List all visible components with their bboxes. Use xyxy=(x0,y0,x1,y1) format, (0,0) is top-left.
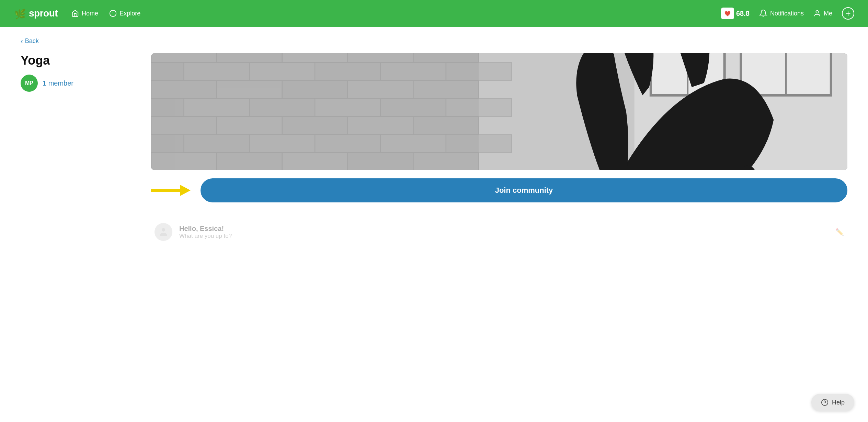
feed-preview: Hello, Essica! What are you up to? ✏️ xyxy=(151,216,847,248)
right-column: Join community Hello, Essica! What are y… xyxy=(151,53,847,248)
member-avatar: MP xyxy=(21,75,38,92)
add-icon: + xyxy=(845,8,850,19)
heart-icon xyxy=(724,10,731,16)
svg-marker-82 xyxy=(180,185,191,196)
svg-rect-29 xyxy=(413,53,479,63)
svg-rect-59 xyxy=(413,153,479,170)
join-row: Join community xyxy=(151,178,847,202)
svg-rect-43 xyxy=(380,99,446,116)
community-image xyxy=(151,53,847,170)
bell-icon xyxy=(759,9,767,18)
arrow-icon xyxy=(151,182,192,199)
svg-rect-45 xyxy=(151,116,217,134)
feed-subtext: What are you up to? xyxy=(179,233,232,240)
user-icon xyxy=(813,10,821,17)
svg-rect-42 xyxy=(315,99,380,116)
svg-rect-31 xyxy=(249,63,315,80)
help-button[interactable]: Help xyxy=(811,394,854,411)
help-label: Help xyxy=(832,399,845,406)
notifications-label: Notifications xyxy=(770,10,804,17)
svg-rect-58 xyxy=(348,153,413,170)
svg-rect-32 xyxy=(315,63,380,80)
svg-rect-27 xyxy=(282,53,348,63)
yoga-svg xyxy=(151,53,847,170)
svg-rect-52 xyxy=(315,135,380,153)
svg-rect-34 xyxy=(446,63,512,80)
svg-text:🌿: 🌿 xyxy=(14,8,26,20)
svg-rect-26 xyxy=(217,53,282,63)
svg-rect-40 xyxy=(184,99,249,116)
svg-rect-55 xyxy=(151,153,217,170)
svg-rect-33 xyxy=(380,63,446,80)
nav-links: Home Explore xyxy=(71,10,140,17)
svg-rect-47 xyxy=(282,116,348,134)
logo[interactable]: 🌿 sprout xyxy=(14,7,58,20)
svg-point-2 xyxy=(816,11,818,13)
member-count: 1 member xyxy=(43,79,73,87)
explore-label: Explore xyxy=(119,10,140,17)
svg-rect-54 xyxy=(446,135,512,153)
svg-rect-53 xyxy=(380,135,446,153)
edit-icon: ✏️ xyxy=(835,228,844,236)
svg-rect-51 xyxy=(249,135,315,153)
home-link[interactable]: Home xyxy=(71,10,98,17)
arrow-indicator xyxy=(151,182,192,199)
feed-avatar xyxy=(155,223,172,241)
left-column: Yoga MP 1 member xyxy=(21,53,130,248)
heart-score: 68.8 xyxy=(721,8,750,19)
help-icon xyxy=(821,399,829,406)
svg-point-83 xyxy=(162,228,165,232)
join-community-button[interactable]: Join community xyxy=(201,178,847,202)
chevron-left-icon: ‹ xyxy=(21,37,23,45)
add-button[interactable]: + xyxy=(842,7,854,20)
svg-rect-28 xyxy=(348,53,413,63)
notifications-button[interactable]: Notifications xyxy=(759,9,804,18)
me-label: Me xyxy=(824,10,832,17)
nav-score: 68.8 xyxy=(736,10,750,18)
me-button[interactable]: Me xyxy=(813,10,832,17)
svg-rect-30 xyxy=(184,63,249,80)
svg-rect-37 xyxy=(282,80,348,98)
logo-text: sprout xyxy=(29,8,58,19)
explore-icon xyxy=(109,10,117,17)
back-label: Back xyxy=(25,37,39,45)
svg-rect-46 xyxy=(217,116,282,134)
explore-link[interactable]: Explore xyxy=(109,10,140,17)
sprout-logo-icon: 🌿 xyxy=(14,7,26,20)
heart-box xyxy=(721,8,734,19)
community-title: Yoga xyxy=(21,53,130,68)
svg-rect-41 xyxy=(249,99,315,116)
nav-right: 68.8 Notifications Me + xyxy=(721,7,854,20)
navbar: 🌿 sprout Home Explore 68.8 xyxy=(0,0,868,27)
back-link[interactable]: ‹ Back xyxy=(21,37,847,45)
svg-rect-50 xyxy=(184,135,249,153)
svg-rect-57 xyxy=(282,153,348,170)
svg-rect-36 xyxy=(217,80,282,98)
svg-rect-48 xyxy=(348,116,413,134)
svg-rect-25 xyxy=(151,53,217,63)
feed-user-icon xyxy=(158,227,169,237)
svg-rect-56 xyxy=(217,153,282,170)
svg-rect-38 xyxy=(348,80,413,98)
svg-rect-44 xyxy=(446,99,512,116)
svg-rect-35 xyxy=(151,80,217,98)
feed-greeting: Hello, Essica! xyxy=(179,225,232,233)
yoga-scene xyxy=(151,53,847,170)
member-info: MP 1 member xyxy=(21,75,130,92)
home-icon xyxy=(71,10,79,17)
home-label: Home xyxy=(82,10,98,17)
content-area: ‹ Back Yoga MP 1 member xyxy=(0,27,868,422)
svg-rect-49 xyxy=(413,116,479,134)
svg-rect-39 xyxy=(413,80,479,98)
feed-text: Hello, Essica! What are you up to? xyxy=(179,225,232,240)
content-wrapper: Yoga MP 1 member xyxy=(21,53,847,248)
